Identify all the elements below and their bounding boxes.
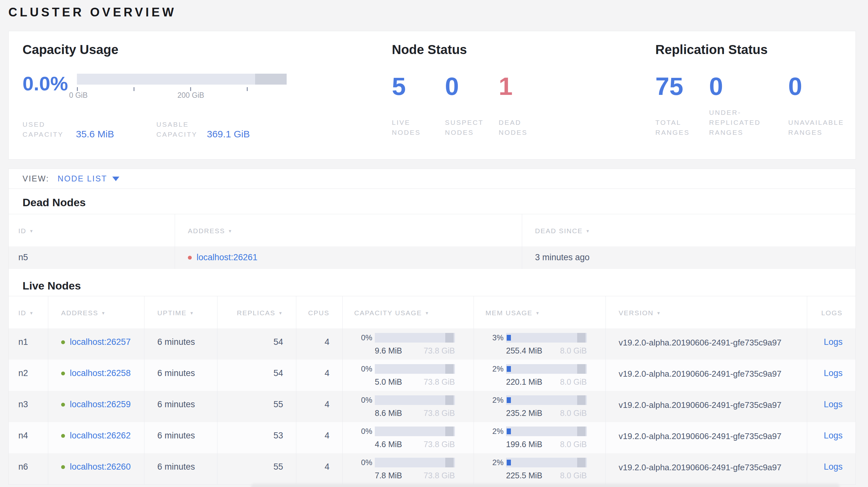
node-logs-cell: Logs	[807, 422, 856, 453]
node-version: v19.2.0-alpha.20190606-2491-gfe735c9a97	[606, 360, 807, 391]
node-address-cell: localhost:26259	[48, 391, 144, 422]
capacity-axis-ticks	[77, 85, 287, 91]
dead-status-dot-icon	[188, 256, 192, 260]
table-row: n2 localhost:26258 6 minutes 54 4 0% 5.0…	[9, 360, 856, 391]
node-capacity-usage-cell: 0% 5.0 MiB73.8 GiB	[342, 360, 473, 391]
dead-node-address-cell: localhost:26261	[175, 247, 522, 269]
column-header-uptime[interactable]: UPTIME	[144, 296, 217, 328]
mem-usage-bar	[506, 333, 587, 343]
node-address-link[interactable]: localhost:26262	[70, 431, 131, 441]
node-id: n1	[9, 328, 48, 360]
column-header-id[interactable]: ID	[9, 296, 48, 328]
node-capacity-usage-cell: 0% 8.6 MiB73.8 GiB	[342, 391, 473, 422]
node-uptime: 6 minutes	[144, 360, 217, 391]
node-cpus: 4	[296, 328, 342, 360]
logs-link[interactable]: Logs	[824, 368, 843, 378]
node-logs-cell: Logs	[807, 453, 856, 484]
capacity-usage-section: Capacity Usage 0.0% 0 GiB 200 Gi	[23, 42, 392, 159]
node-address-link[interactable]: localhost:26260	[70, 462, 131, 472]
unavailable-ranges-label: UNAVAILABLE RANGES	[788, 118, 844, 137]
node-address-link[interactable]: localhost:26258	[70, 368, 131, 378]
column-header-version[interactable]: VERSION	[606, 296, 807, 328]
sort-desc-icon	[228, 229, 233, 233]
node-address-cell: localhost:26257	[48, 328, 144, 360]
column-header-capacity-usage[interactable]: CAPACITY USAGE	[342, 296, 473, 328]
live-nodes-count: 5	[392, 74, 406, 99]
dead-nodes-count: 1	[499, 74, 513, 99]
column-header-cpus: CPUS	[296, 296, 342, 328]
node-cpus: 4	[296, 391, 342, 422]
dead-node-row: n5 localhost:26261 3 minutes ago	[9, 247, 856, 269]
under-replicated-ranges-count: 0	[709, 74, 723, 99]
suspect-nodes-label: SUSPECT NODES	[445, 118, 484, 137]
sort-desc-icon	[101, 311, 106, 316]
node-address-cell: localhost:26260	[48, 453, 144, 484]
other-usage-segment	[577, 458, 586, 467]
view-selector-dropdown[interactable]: NODE LIST	[58, 174, 119, 183]
node-replicas: 54	[217, 360, 296, 391]
logs-link[interactable]: Logs	[824, 337, 843, 347]
column-header-address[interactable]: ADDRESS	[48, 296, 144, 328]
logs-link[interactable]: Logs	[824, 399, 843, 409]
other-usage-segment	[445, 364, 454, 374]
node-capacity-usage-cell: 0% 9.6 MiB73.8 GiB	[342, 328, 473, 360]
sort-desc-icon	[586, 229, 590, 233]
node-mem-usage-cell: 2% 220.1 MiB8.0 GiB	[473, 360, 606, 391]
live-status-dot-icon	[61, 340, 65, 344]
total-ranges-stat: 75 TOTAL RANGES	[655, 74, 709, 137]
node-id: n2	[9, 360, 48, 391]
dead-column-header-address[interactable]: ADDRESS	[175, 214, 522, 247]
live-status-dot-icon	[61, 403, 65, 407]
node-mem-usage-cell: 2% 235.2 MiB8.0 GiB	[473, 391, 606, 422]
view-selected-value[interactable]: NODE LIST	[58, 174, 107, 183]
node-address-link[interactable]: localhost:26257	[70, 337, 131, 347]
under-replicated-ranges-label: UNDER- REPLICATED RANGES	[709, 107, 761, 137]
dead-node-dead-since: 3 minutes ago	[522, 247, 856, 269]
node-logs-cell: Logs	[807, 328, 856, 360]
capacity-other-usage-segment	[255, 74, 287, 85]
axis-tick	[190, 87, 191, 91]
axis-tick	[133, 87, 134, 91]
axis-tick	[247, 87, 248, 91]
view-bar: VIEW: NODE LIST	[9, 169, 856, 189]
dead-node-id: n5	[9, 247, 175, 269]
replication-status-section: Replication Status 75 TOTAL RANGES 0 UND…	[655, 42, 859, 159]
logs-link[interactable]: Logs	[824, 462, 843, 472]
other-usage-segment	[577, 395, 586, 405]
column-header-mem-usage[interactable]: MEM USAGE	[473, 296, 606, 328]
node-address-link[interactable]: localhost:26261	[196, 253, 257, 262]
node-version: v19.2.0-alpha.20190606-2491-gfe735c9a97	[606, 453, 807, 484]
total-ranges-label: TOTAL RANGES	[655, 118, 690, 137]
live-nodes-heading: Live Nodes	[9, 269, 856, 296]
node-replicas: 54	[217, 328, 296, 360]
other-usage-segment	[577, 426, 586, 436]
live-status-dot-icon	[61, 371, 65, 376]
node-mem-usage-cell: 3% 255.4 MiB8.0 GiB	[473, 328, 606, 360]
live-status-dot-icon	[61, 465, 65, 469]
node-version: v19.2.0-alpha.20190606-2491-gfe735c9a97	[606, 328, 807, 360]
dead-column-header-dead-since[interactable]: DEAD SINCE	[522, 214, 856, 247]
mem-usage-bar	[506, 426, 587, 436]
other-usage-segment	[445, 333, 454, 343]
capacity-usage-bar	[77, 74, 287, 85]
under-replicated-ranges-stat: 0 UNDER- REPLICATED RANGES	[709, 74, 788, 137]
node-address-link[interactable]: localhost:26259	[70, 399, 131, 409]
mem-usage-bar	[506, 395, 587, 405]
chevron-down-icon	[112, 176, 119, 181]
sort-desc-icon	[657, 311, 661, 316]
table-row: n6 localhost:26260 6 minutes 55 4 0% 7.8…	[9, 453, 856, 484]
column-header-replicas[interactable]: REPLICAS	[217, 296, 296, 328]
other-usage-segment	[577, 364, 586, 374]
node-cpus: 4	[296, 422, 342, 453]
node-capacity-usage-cell: 0% 7.8 MiB73.8 GiB	[342, 453, 473, 484]
sort-desc-icon	[29, 229, 34, 233]
live-nodes-label: LIVE NODES	[392, 118, 421, 137]
dead-column-header-id[interactable]: ID	[9, 214, 175, 247]
node-address-cell: localhost:26262	[48, 422, 144, 453]
table-row: n3 localhost:26259 6 minutes 55 4 0% 8.6…	[9, 391, 856, 422]
view-label: VIEW:	[23, 174, 49, 183]
column-header-logs: LOGS	[807, 296, 856, 328]
used-capacity-stat: USED CAPACITY 35.6 MiB	[23, 119, 156, 139]
logs-link[interactable]: Logs	[824, 431, 843, 441]
capacity-usage-bar	[375, 395, 455, 405]
